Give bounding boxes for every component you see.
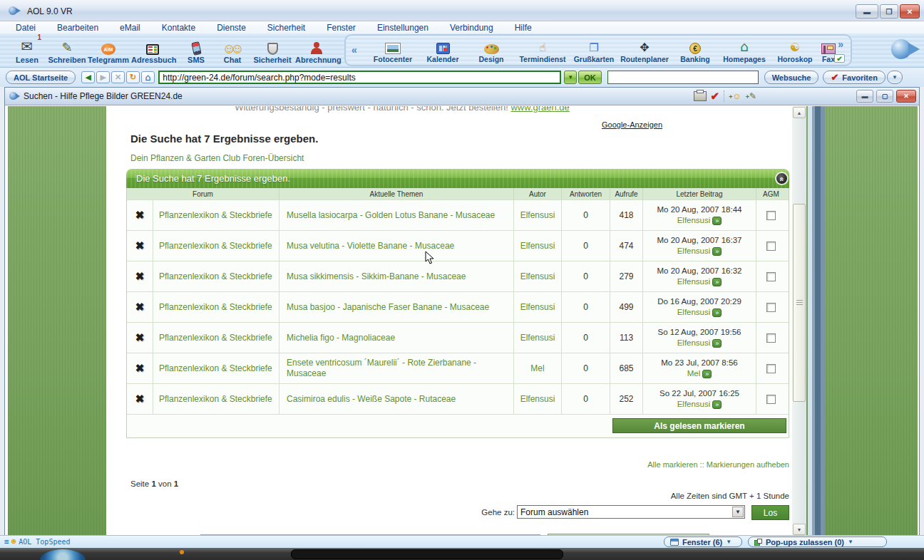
author-link[interactable]: Elfensusi <box>514 384 562 414</box>
goto-post-icon[interactable]: » <box>712 400 722 409</box>
topic-link[interactable]: Ensete ventricosum ´Maurelii´ - Rote Zie… <box>279 353 514 383</box>
forum-select[interactable]: Forum auswählen ▼ <box>517 505 745 519</box>
toolbar-routenplaner[interactable]: ✥ Routenplaner <box>617 36 672 63</box>
mark-all-links[interactable]: Alle markieren :: Markierungen aufheben <box>126 460 789 469</box>
menu-hilfe[interactable]: Hilfe <box>515 23 532 33</box>
forum-link[interactable]: Pflanzenlexikon & Steckbriefe <box>153 200 279 230</box>
toolbar-schreiben[interactable]: ✎ Schreiben <box>46 35 88 64</box>
toolbar-termindienst[interactable]: ☝ Termindienst <box>515 36 570 63</box>
menu-datei[interactable]: Datei <box>16 23 36 33</box>
websearch-button[interactable]: Websuche <box>764 71 819 84</box>
child-close-button[interactable]: ✕ <box>896 90 916 103</box>
toolbar-abrechnung[interactable]: Abrechnung <box>295 35 338 64</box>
menu-dienste[interactable]: Dienste <box>217 23 246 33</box>
topic-link[interactable]: Casimiroa edulis - Weiße Sapote - Rutace… <box>279 384 514 414</box>
author-link[interactable]: Elfensusi <box>514 292 562 322</box>
author-link[interactable]: Elfensusi <box>514 323 562 353</box>
last-post-author-link[interactable]: Elfensusi» <box>677 246 722 256</box>
toolbar-homepages[interactable]: ⌂ Homepages <box>718 36 771 63</box>
topic-link[interactable]: Musa velutina - Violette Banane - Musace… <box>279 231 514 261</box>
favorites-dropdown-button[interactable]: ▼ <box>887 71 903 84</box>
forum-link[interactable]: Pflanzenlexikon & Steckbriefe <box>153 231 279 261</box>
author-link[interactable]: Elfensusi <box>514 200 562 230</box>
author-link[interactable]: Elfensusi <box>514 231 562 261</box>
forward-button[interactable]: ▶ <box>96 71 110 83</box>
delete-x-icon[interactable]: ✖ <box>127 384 153 414</box>
agm-checkbox[interactable] <box>766 272 776 281</box>
scroll-left-icon[interactable]: « <box>351 44 357 56</box>
delete-x-icon[interactable]: ✖ <box>127 261 153 291</box>
ok-button[interactable]: OK <box>578 71 602 84</box>
toolbar-sms[interactable]: SMS <box>180 35 212 64</box>
agm-checkbox[interactable] <box>766 395 776 404</box>
search-input[interactable] <box>607 71 759 84</box>
agm-checkbox[interactable] <box>766 333 776 343</box>
toolbar-banking[interactable]: € Banking <box>671 36 719 63</box>
topic-link[interactable]: Michelia figo - Magnoliaceae <box>279 323 514 353</box>
favorite-check-icon[interactable]: ✔ <box>711 90 720 103</box>
menu-email[interactable]: eMail <box>120 23 140 33</box>
topic-link[interactable]: Musa sikkimensis - Sikkim-Banane - Musac… <box>279 261 514 291</box>
author-link[interactable]: Mel <box>514 353 562 383</box>
popups-menu-button[interactable]: Pop-ups zulassen (0) ▼ <box>748 536 887 547</box>
goto-post-icon[interactable]: » <box>712 339 722 348</box>
last-post-author-link[interactable]: Elfensusi» <box>677 338 722 348</box>
menu-bearbeiten[interactable]: Bearbeiten <box>57 23 98 33</box>
windows-menu-button[interactable]: Fenster (6) ▼ <box>664 536 742 547</box>
url-input[interactable]: http://green-24.de/forum/search.php?mode… <box>158 71 561 84</box>
menu-kontakte[interactable]: Kontakte <box>162 23 195 33</box>
ad-link[interactable]: www.graen.de <box>510 106 569 113</box>
child-minimize-button[interactable]: ▬ <box>856 90 873 103</box>
mark-read-button[interactable]: Als gelesen markieren <box>612 418 786 433</box>
last-post-author-link[interactable]: Elfensusi» <box>677 215 722 226</box>
last-post-author-link[interactable]: Mel» <box>687 368 712 379</box>
stop-button[interactable]: ✕ <box>111 71 125 83</box>
taskbar-app-area[interactable] <box>291 549 563 559</box>
home-button[interactable]: ⌂ <box>141 71 155 83</box>
scrollbar[interactable]: ▲ ▼ <box>792 106 806 536</box>
menu-einstellungen[interactable]: Einstellungen <box>377 23 428 33</box>
goto-post-icon[interactable]: » <box>712 308 722 317</box>
toolbar-grusskarten[interactable]: ❐ Grußkarten <box>570 36 618 63</box>
add-mail-icon[interactable]: +✎ <box>746 91 756 101</box>
toolbar-sicherheit[interactable]: Sicherheit <box>251 35 294 64</box>
favorites-button[interactable]: ✔Favoriten <box>823 71 885 84</box>
delete-x-icon[interactable]: ✖ <box>127 323 153 353</box>
topic-link[interactable]: Musella lasiocarpa - Golden Lotus Banane… <box>279 200 514 230</box>
goto-post-icon[interactable]: » <box>712 247 722 256</box>
agm-checkbox[interactable] <box>766 211 776 220</box>
delete-x-icon[interactable]: ✖ <box>127 353 153 383</box>
scroll-down-icon[interactable]: ▼ <box>793 524 806 535</box>
menu-sicherheit[interactable]: Sicherheit <box>267 23 305 33</box>
agm-checkbox[interactable] <box>766 242 776 251</box>
scrollbar-thumb[interactable] <box>793 204 806 402</box>
back-button[interactable]: ◀ <box>81 71 95 83</box>
reload-button[interactable]: ↻ <box>126 71 140 83</box>
delete-x-icon[interactable]: ✖ <box>127 231 153 261</box>
toolbar-fotocenter[interactable]: Fotocenter <box>369 36 417 63</box>
goto-post-icon[interactable]: » <box>712 278 722 286</box>
close-button[interactable]: ✕ <box>900 4 920 19</box>
toolbar-lesen[interactable]: ✉1 Lesen <box>6 35 48 64</box>
minimize-button[interactable]: ▬ <box>856 4 878 19</box>
last-post-author-link[interactable]: Elfensusi» <box>677 399 722 410</box>
forum-link[interactable]: Pflanzenlexikon & Steckbriefe <box>153 384 279 414</box>
forum-overview-link[interactable]: Dein Pflanzen & Garten Club Foren-Übersi… <box>130 153 304 163</box>
toolbar-design[interactable]: Design <box>467 36 515 63</box>
collapse-panel-button[interactable]: « <box>775 172 789 185</box>
agm-checkbox[interactable] <box>766 303 776 312</box>
scroll-right-icon[interactable]: » <box>838 38 843 50</box>
scroll-up-icon[interactable]: ▲ <box>793 107 806 118</box>
author-link[interactable]: Elfensusi <box>514 261 562 291</box>
menu-verbindung[interactable]: Verbindung <box>450 23 493 33</box>
goto-post-icon[interactable]: » <box>702 370 712 378</box>
forum-link[interactable]: Pflanzenlexikon & Steckbriefe <box>153 292 279 322</box>
toolbar-adressbuch[interactable]: Adressbuch <box>131 35 174 64</box>
last-post-author-link[interactable]: Elfensusi» <box>677 307 722 318</box>
restore-button[interactable]: ❐ <box>880 4 898 19</box>
topic-link[interactable]: Musa basjoo - Japanische Faser Banane - … <box>279 292 514 322</box>
url-dropdown-button[interactable]: ▼ <box>564 71 577 84</box>
delete-x-icon[interactable]: ✖ <box>127 292 153 322</box>
menu-fenster[interactable]: Fenster <box>327 23 356 33</box>
add-buddy-icon[interactable]: +☺ <box>729 91 741 101</box>
